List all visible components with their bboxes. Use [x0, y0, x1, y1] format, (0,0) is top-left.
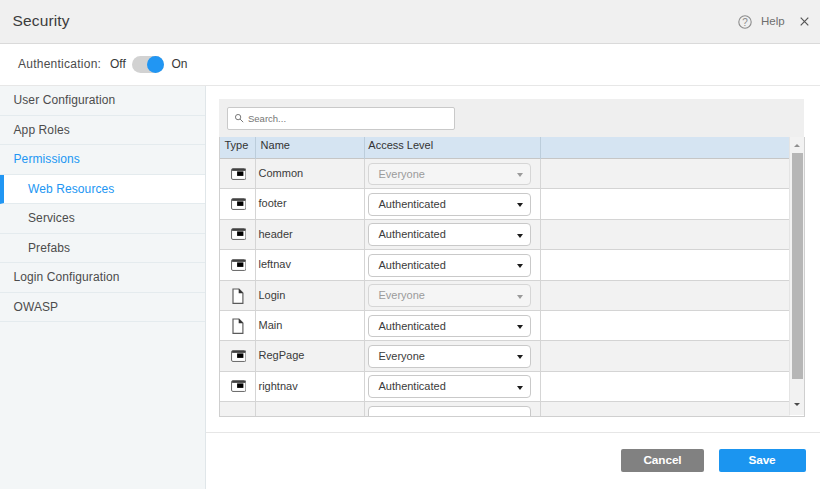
- svg-text:?: ?: [742, 16, 748, 27]
